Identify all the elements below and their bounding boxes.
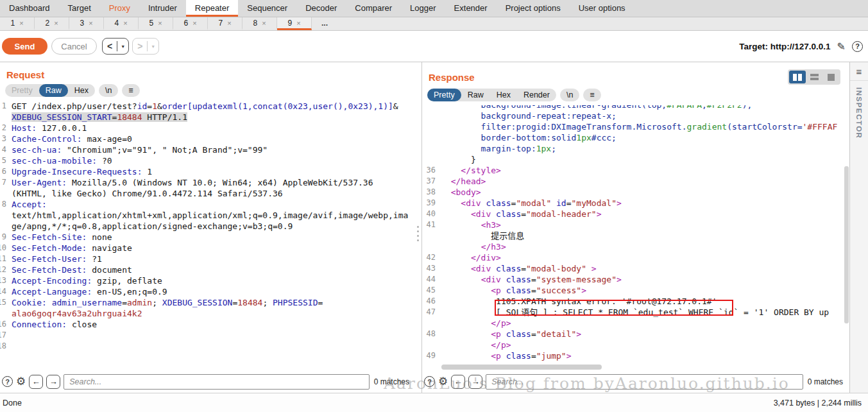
inspector-menu-icon[interactable]: ≡ (850, 62, 868, 81)
splitter-handle-icon[interactable] (417, 226, 419, 241)
request-search-input[interactable] (64, 374, 369, 390)
menu-item-logger[interactable]: Logger (401, 0, 445, 17)
panel-splitter[interactable] (416, 62, 421, 393)
rows-layout-icon[interactable] (806, 71, 822, 83)
repeater-tab-7[interactable]: 7× (208, 17, 243, 30)
close-tab-icon[interactable]: × (192, 19, 196, 27)
help-icon[interactable]: ? (852, 41, 863, 52)
response-search-matches: 0 matches (806, 377, 844, 386)
editor-menu-icon[interactable]: ≡ (583, 89, 600, 101)
menu-item-intruder[interactable]: Intruder (139, 0, 186, 17)
columns-layout-icon[interactable] (789, 71, 806, 83)
close-tab-icon[interactable]: × (262, 19, 266, 27)
repeater-tab-9[interactable]: 9× (277, 17, 312, 30)
code-line: 3Cache-Control: max-age=0 (0, 133, 416, 144)
code-line: 1GET /index.php/user/test?id=1&order[upd… (0, 101, 416, 112)
menu-item-repeater[interactable]: Repeater (186, 0, 238, 17)
search-next-button[interactable]: → (46, 375, 60, 389)
menu-item-proxy[interactable]: Proxy (100, 0, 139, 17)
send-button[interactable]: Send (2, 38, 47, 55)
response-panel: Response PrettyRawHexRender\n≡ backgroun… (421, 62, 849, 393)
view-tab-hex[interactable]: Hex (68, 84, 95, 97)
back-icon: < (103, 41, 117, 51)
repeater-tab-3[interactable]: 3× (69, 17, 104, 30)
show-newlines-toggle[interactable]: \n (99, 84, 118, 97)
inspector-sidebar[interactable]: ≡ INSPECTOR (849, 62, 868, 393)
code-line: 6Upgrade-Insecure-Requests: 1 (0, 166, 416, 177)
view-tab-hex[interactable]: Hex (490, 89, 517, 101)
repeater-tab-4[interactable]: 4× (104, 17, 139, 30)
view-tab-pretty[interactable]: Pretty (427, 89, 461, 101)
menu-item-project-options[interactable]: Project options (497, 0, 570, 17)
request-search-matches: 0 matches (373, 377, 411, 386)
response-horizontal-scrollbar[interactable] (441, 365, 602, 370)
menu-item-sequencer[interactable]: Sequencer (238, 0, 296, 17)
response-editor[interactable]: background-image:linear-gradient(top,#FA… (422, 105, 849, 370)
status-bar: Done 3,471 bytes | 2,244 millis (0, 393, 868, 412)
view-tab-render[interactable]: Render (517, 89, 556, 101)
close-tab-icon[interactable]: × (19, 19, 23, 27)
view-tab-pretty[interactable]: Pretty (5, 84, 39, 97)
close-tab-icon[interactable]: × (227, 19, 231, 27)
menu-item-decoder[interactable]: Decoder (296, 0, 346, 17)
back-dropdown-icon[interactable]: ▼ (117, 44, 128, 49)
code-line: alao6goqr4av63a2uhrguai4k2 (0, 308, 416, 319)
close-tab-icon[interactable]: × (89, 19, 92, 27)
response-panel-title: Response (429, 72, 475, 83)
burp-repeater-window: DashboardTargetProxyIntruderRepeaterSequ… (0, 0, 868, 412)
edit-target-icon[interactable]: ✎ (837, 40, 846, 53)
history-back-button[interactable]: < ▼ (102, 38, 129, 55)
response-search-bar: ? ⚙ ← → 0 matches (422, 370, 849, 393)
forward-dropdown-icon[interactable]: ▼ (148, 44, 158, 49)
code-line: ge/apng,*/*;q=0.8,application/signed-exc… (0, 221, 416, 232)
code-line: 44 <div class="system-message"> (422, 274, 849, 285)
target-url-label: Target: http://127.0.0.1 (739, 42, 830, 51)
code-line: 49 <p class="jump"> (422, 350, 849, 361)
menu-item-extender[interactable]: Extender (445, 0, 497, 17)
new-tab-button[interactable]: ... (312, 17, 337, 30)
search-settings-gear-icon[interactable]: ⚙ (16, 375, 26, 388)
repeater-tab-2[interactable]: 2× (35, 17, 69, 30)
close-tab-icon[interactable]: × (123, 19, 127, 27)
editor-menu-icon[interactable]: ≡ (122, 84, 139, 97)
response-vertical-scrollbar[interactable] (844, 166, 849, 323)
request-panel-title: Request (6, 69, 44, 80)
search-prev-button[interactable]: ← (29, 375, 43, 389)
repeater-tab-5[interactable]: 5× (139, 17, 173, 30)
request-editor[interactable]: 1GET /index.php/user/test?id=1&order[upd… (0, 101, 416, 370)
search-settings-gear-icon[interactable]: ⚙ (438, 375, 448, 388)
menu-item-user-options[interactable]: User options (570, 0, 634, 17)
search-help-icon[interactable]: ? (424, 376, 435, 387)
inspector-label[interactable]: INSPECTOR (855, 87, 863, 139)
code-line: 17 (0, 330, 416, 341)
code-line: 14Accept-Language: en-US,en;q=0.9 (0, 286, 416, 297)
error-highlight-box (495, 300, 733, 316)
code-line: 38 <body> (422, 187, 849, 198)
search-next-button[interactable]: → (468, 375, 482, 389)
response-search-input[interactable] (486, 374, 803, 390)
layout-switcher (788, 69, 840, 85)
menu-item-target[interactable]: Target (59, 0, 100, 17)
repeater-tab-6[interactable]: 6× (173, 17, 208, 30)
code-line: 42 </div> (422, 252, 849, 263)
close-tab-icon[interactable]: × (54, 19, 58, 27)
code-line: </h3> (422, 241, 849, 252)
search-help-icon[interactable]: ? (2, 376, 13, 387)
single-layout-icon[interactable] (822, 71, 839, 83)
menu-item-comparer[interactable]: Comparer (346, 0, 401, 17)
code-line: 10Sec-Fetch-Mode: navigate (0, 243, 416, 253)
history-forward-button[interactable]: > ▼ (132, 38, 159, 55)
show-newlines-toggle[interactable]: \n (560, 89, 579, 101)
repeater-tab-8[interactable]: 8× (243, 17, 277, 30)
view-tab-raw[interactable]: Raw (461, 89, 490, 101)
menu-item-dashboard[interactable]: Dashboard (0, 0, 59, 17)
code-line: 12Sec-Fetch-Dest: document (0, 264, 416, 275)
cancel-button[interactable]: Cancel (51, 38, 97, 55)
close-tab-icon[interactable]: × (296, 19, 300, 27)
code-line: 9Sec-Fetch-Site: none (0, 232, 416, 243)
repeater-tab-1[interactable]: 1× (0, 17, 35, 30)
code-line: 48 <p class="detail"> (422, 329, 849, 339)
search-prev-button[interactable]: ← (451, 375, 465, 389)
view-tab-raw[interactable]: Raw (39, 84, 68, 97)
close-tab-icon[interactable]: × (158, 19, 162, 27)
